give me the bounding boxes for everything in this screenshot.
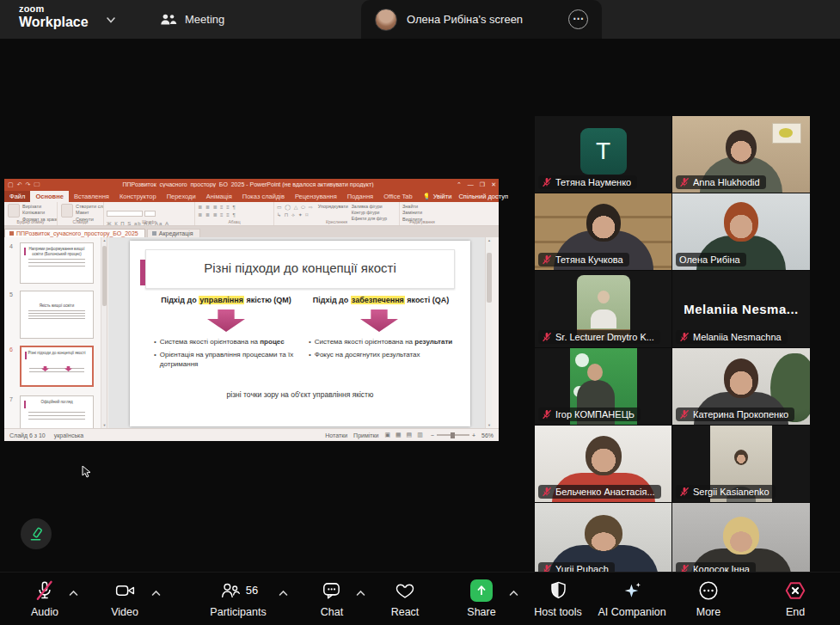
muted-mic-icon (679, 409, 690, 420)
ppt-workspace: 4 Напрями реформування вищої освіти (Бол… (4, 237, 499, 428)
tell-me-box: 💡 Скажіть, що потрібно зробити... (418, 191, 428, 202)
sparkle-icon (621, 579, 644, 602)
shared-screen-tab-label: Олена Рибіна's screen (407, 13, 523, 26)
ppt-account-area: Увійти Спільний доступ (428, 191, 513, 202)
person-silhouette (586, 436, 622, 475)
sign-in-link: Увійти (433, 193, 452, 200)
shapes-gallery-row1: ▭ ◯ △ ⬭ ⇨ (277, 204, 314, 211)
participant-name-label: Sr. Lecturer Dmytro K... (538, 330, 660, 344)
qa-bullets: •Система якості орієнтована на результат… (309, 337, 457, 363)
slideshow-icon: 🖵 (34, 181, 40, 188)
tab-meeting[interactable]: Meeting (151, 0, 233, 39)
font-size-box (144, 211, 156, 217)
mic-muted-icon (34, 579, 56, 602)
chat-icon (321, 579, 343, 602)
audio-options-chevron[interactable] (68, 585, 79, 601)
zoom-slider: −+ (431, 432, 475, 438)
down-arrow-shape (207, 309, 245, 332)
ribbon-tab-transitions: Переходи (162, 191, 201, 202)
ribbon-tab-slideshow: Показ слайдів (237, 191, 290, 202)
ribbon-tab-officetab: Office Tab (378, 191, 418, 202)
participant-initial-avatar: T (580, 128, 627, 175)
person-silhouette (723, 517, 759, 555)
participants-count: 56 (246, 584, 258, 597)
font-name-box (107, 211, 143, 217)
participant-tile-active-speaker[interactable]: Олена Рибіна (672, 193, 810, 270)
participants-options-chevron[interactable] (278, 585, 289, 601)
highlighted-word: управління (199, 296, 244, 304)
meeting-people-icon (160, 12, 177, 28)
qa-heading: Підхід до забезпечення якості (QA) (302, 296, 460, 304)
workspace-chevron-down-icon[interactable] (105, 14, 117, 29)
muted-mic-icon (542, 332, 552, 342)
participants-button[interactable]: 56 Participants (197, 579, 279, 618)
paste-button (8, 204, 20, 218)
tab-more-options-icon[interactable]: ⋯ (568, 9, 588, 29)
participant-name-label: Тетяна Науменко (538, 175, 637, 189)
participant-tile[interactable]: Колосок Інна (672, 503, 810, 579)
ppt-window-controls: ⌃ — ❐ ✕ (457, 181, 496, 188)
ppt-share-button: Спільний доступ (458, 193, 508, 200)
slide-thumbnail-6-current: 6 Різні підходи до концепції якості (20, 346, 95, 387)
shield-icon (548, 579, 569, 602)
shape-fill-command: Заливка фігури (352, 204, 387, 210)
ai-companion-button[interactable]: AI Companion (591, 579, 673, 618)
participants-icon (218, 579, 242, 602)
comments-toggle: Примітки (353, 432, 378, 438)
person-silhouette (726, 130, 757, 164)
tab-shared-screen[interactable]: Олена Рибіна's screen ⋯ (361, 0, 602, 39)
qm-heading: Підхід до управління якістю (QM) (149, 296, 304, 304)
top-bar: zoom Workplace Meeting Олена Рибіна's sc… (0, 0, 840, 39)
annotate-button[interactable] (21, 518, 52, 549)
participant-name-label: Катерина Прокопенко (676, 407, 794, 421)
ribbon-tab-review: Рецензування (290, 191, 342, 202)
participant-tile[interactable]: Sergii Kasianenko (672, 426, 810, 502)
language-indicator: українська (54, 432, 83, 438)
highlighted-word: забезпечення (351, 296, 405, 304)
participant-tile[interactable]: Бельченко Анастасія... (535, 426, 671, 502)
ribbon-tab-insert: Вставлення (69, 191, 114, 202)
more-button[interactable]: More (667, 579, 750, 618)
file-tab-akreditatsiia: Акредитація (147, 229, 200, 237)
participant-tile[interactable]: Sr. Lecturer Dmytro K... (535, 271, 671, 347)
document-icon (9, 231, 14, 236)
redo-icon: ↷ (26, 181, 31, 188)
ribbon-group-font: Ж К П S ab АА́ Аа А Шрифт (104, 202, 195, 225)
person-silhouette (585, 515, 622, 551)
participant-tile[interactable]: T Тетяна Науменко (535, 116, 671, 193)
muted-mic-icon (542, 177, 552, 187)
end-button[interactable]: End (754, 579, 837, 618)
ribbon-tab-animations: Анімація (201, 191, 237, 202)
ribbon-group-paragraph: ≣ ≣ ≣ ≡ ≡ ¶ ≣ ≣ ≣ ≡ ≡ ¶ Абзац (195, 202, 274, 225)
video-options-chevron[interactable] (150, 585, 162, 601)
participant-tile[interactable]: Yurii Puhach (535, 503, 671, 579)
heart-icon (394, 579, 416, 602)
ppt-ribbon-tabs: Файл Основне Вставлення Конструктор Пере… (4, 190, 499, 202)
pencil-icon (28, 526, 45, 542)
slide-footer-note: різні точки зору на об'єкт управління як… (130, 390, 470, 399)
replace-command: Замінити (402, 210, 442, 216)
react-button[interactable]: React (364, 579, 446, 618)
participant-name-label: Олена Рибіна (676, 253, 746, 267)
participant-tile[interactable]: Катерина Прокопенко (672, 348, 810, 425)
slide-thumbnail-4: 4 Напрями реформування вищої освіти (Бол… (20, 242, 95, 284)
camera-icon (113, 579, 137, 602)
muted-mic-icon (679, 332, 690, 342)
notes-toggle: Нотатки (325, 432, 347, 438)
ppt-quick-access-toolbar: ▢ ↶ ↷ 🖵 (8, 181, 40, 188)
participant-tile[interactable]: Тетяна Кучкова (535, 193, 671, 270)
slide-title: Різні підходи до концепції якості (146, 260, 454, 275)
participant-tile[interactable]: Ігор КОМПАНЕЦЬ (535, 348, 671, 425)
host-tools-button[interactable]: Host tools (517, 579, 599, 618)
end-meeting-icon (784, 579, 806, 602)
ribbon-group-drawing: ▭ ◯ △ ⬭ ⇨ ↳ ⊓ ⟡ ✦ ⌑ Упорядкувати Заливка… (274, 202, 400, 225)
ribbon-options-icon: ⌃ (457, 181, 462, 188)
thumbnail-scrollbar: ▲ ▼ (101, 237, 107, 428)
participant-tile[interactable]: Melaniia Nesma... Melaniia Nesmachna (672, 271, 810, 347)
down-arrow-shape (360, 309, 398, 332)
participant-tile[interactable]: Anna Hlukhodid (672, 116, 810, 193)
save-icon: ▢ (8, 181, 14, 188)
picture-frame (772, 123, 801, 144)
person-silhouette (724, 358, 758, 398)
logo-zoom-text: zoom (19, 4, 89, 14)
